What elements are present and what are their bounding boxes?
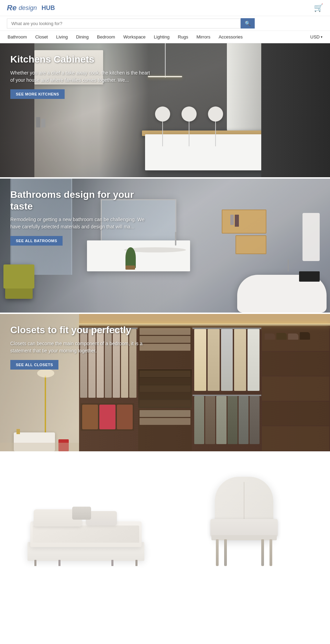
header: Redesign HUB 🛒 — [0, 0, 330, 16]
nav-item-dining[interactable]: Dining — [72, 31, 93, 43]
bed-illustration — [28, 504, 144, 566]
closet-cta-button[interactable]: SEE ALL CLOSETS — [10, 360, 58, 370]
closet-description: Closets can become the main component of… — [10, 340, 155, 354]
nav-item-closet[interactable]: Closet — [31, 31, 52, 43]
bed-product-visual — [14, 470, 158, 566]
bathroom-title: Bathrooms design for your taste — [10, 189, 155, 212]
bed-product-card[interactable] — [7, 463, 165, 573]
nav-item-bedroom[interactable]: Bedroom — [93, 31, 119, 43]
nav-item-mirrors[interactable]: Mirrors — [192, 31, 214, 43]
kitchen-description: Whether you are a chef a take away cook,… — [10, 69, 155, 84]
cart-icon[interactable]: 🛒 — [314, 3, 323, 12]
search-input[interactable] — [7, 19, 241, 29]
navigation: Bathroom Closet Living Dining Bedroom Wo… — [0, 31, 330, 43]
closet-content: Closets to fit you perfectly Closets can… — [10, 324, 155, 370]
closet-title: Closets to fit you perfectly — [10, 324, 155, 336]
nav-item-rugs[interactable]: Rugs — [174, 31, 192, 43]
closet-hero: Closets to fit you perfectly Closets can… — [0, 314, 330, 451]
search-bar: 🔍 — [0, 16, 330, 31]
kitchen-content: Kitchens Cabinets Whether you are a chef… — [10, 54, 155, 99]
chair-illustration — [206, 477, 282, 566]
bathroom-description: Remodeling or getting a new bathroom can… — [10, 216, 155, 230]
logo[interactable]: Redesign HUB — [7, 3, 55, 12]
kitchen-title: Kitchens Cabinets — [10, 54, 155, 65]
search-button[interactable]: 🔍 — [241, 18, 255, 29]
bathroom-content: Bathrooms design for your taste Remodeli… — [10, 189, 155, 246]
nav-item-accessories[interactable]: Accessories — [214, 31, 247, 43]
nav-item-workspace[interactable]: Workspace — [119, 31, 150, 43]
products-section — [0, 453, 330, 583]
nav-item-bathroom[interactable]: Bathroom — [3, 31, 31, 43]
logo-design: design — [19, 4, 37, 12]
chair-product-card[interactable] — [165, 463, 323, 573]
kitchen-hero: Kitchens Cabinets Whether you are a chef… — [0, 43, 330, 177]
nav-item-lighting[interactable]: Lighting — [150, 31, 174, 43]
currency-selector[interactable]: USD — [306, 31, 327, 43]
nav-item-living[interactable]: Living — [52, 31, 72, 43]
bathroom-cta-button[interactable]: SEE ALL BATROOMS — [10, 236, 63, 246]
chair-product-visual — [172, 470, 316, 566]
kitchen-cta-button[interactable]: SEE MORE KITCHENS — [10, 89, 65, 99]
bathroom-hero: Bathrooms design for your taste Remodeli… — [0, 179, 330, 313]
logo-hub: HUB — [42, 4, 55, 12]
logo-re: Re — [7, 3, 16, 12]
